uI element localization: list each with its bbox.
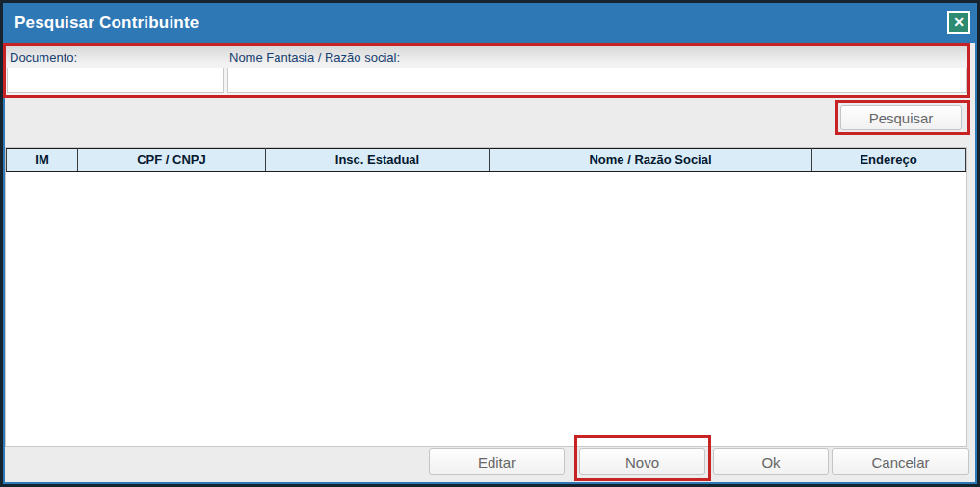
nome-fantasia-input[interactable] <box>227 68 967 93</box>
results-table: IM CPF / CNPJ Insc. Estadual Nome / Razã… <box>5 147 967 447</box>
novo-button[interactable]: Novo <box>579 448 705 475</box>
close-button[interactable]: ✕ <box>947 11 970 34</box>
editar-button[interactable]: Editar <box>429 448 565 475</box>
nome-fantasia-label: Nome Fantasia / Razão social: <box>229 50 400 65</box>
novo-button-highlight: Novo <box>574 435 711 481</box>
dialog-title: Pesquisar Contribuinte <box>14 3 199 43</box>
pesquisar-button-highlight: Pesquisar <box>835 100 970 135</box>
dialog-titlebar: Pesquisar Contribuinte ✕ <box>3 3 977 43</box>
column-header-insc-estadual[interactable]: Insc. Estadual <box>266 149 490 172</box>
search-form-highlight: Documento: Nome Fantasia / Razão social: <box>3 43 970 98</box>
documento-label: Documento: <box>10 50 77 65</box>
pesquisar-contribuinte-dialog: Pesquisar Contribuinte ✕ Documento: Nome… <box>0 0 980 487</box>
ok-button[interactable]: Ok <box>713 448 829 475</box>
close-icon: ✕ <box>953 14 965 30</box>
table-header-row: IM CPF / CNPJ Insc. Estadual Nome / Razã… <box>7 149 966 172</box>
column-header-cpf-cnpj[interactable]: CPF / CNPJ <box>78 149 266 172</box>
pesquisar-button[interactable]: Pesquisar <box>840 105 962 130</box>
column-header-endereco[interactable]: Endereço <box>812 149 966 172</box>
column-header-im[interactable]: IM <box>7 149 78 172</box>
cancelar-button[interactable]: Cancelar <box>832 448 969 475</box>
column-header-nome-razao-social[interactable]: Nome / Razão Social <box>490 149 812 172</box>
documento-input[interactable] <box>7 68 224 93</box>
